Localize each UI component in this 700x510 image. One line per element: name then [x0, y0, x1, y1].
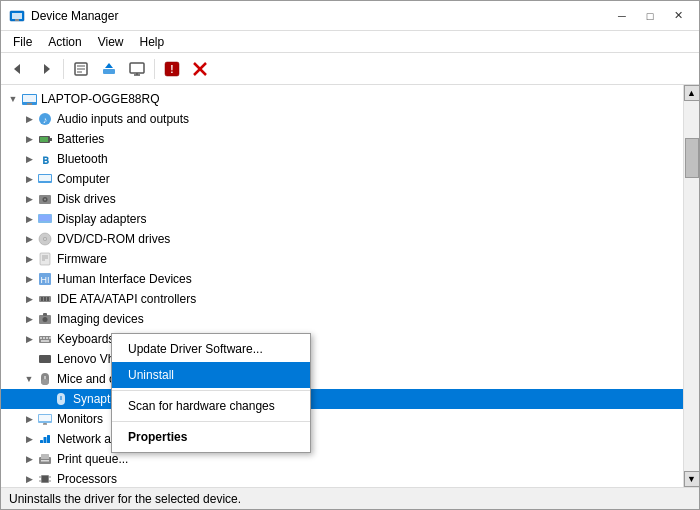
device-tree[interactable]: LAPTOP-OGGE88RQ ♪ Audio inputs and outpu…	[1, 85, 683, 487]
expand-btn[interactable]	[21, 151, 37, 167]
svg-rect-37	[40, 253, 50, 265]
list-item[interactable]: Disk drives	[1, 189, 683, 209]
back-button[interactable]	[5, 56, 31, 82]
expand-btn[interactable]	[21, 191, 37, 207]
svg-rect-56	[39, 355, 51, 363]
expand-btn[interactable]	[21, 371, 37, 387]
svg-rect-49	[43, 313, 47, 316]
scroll-track[interactable]	[684, 101, 699, 471]
svg-rect-54	[49, 337, 51, 339]
svg-marker-3	[14, 64, 20, 74]
list-item[interactable]: Firmware	[1, 249, 683, 269]
list-item[interactable]: Network a...	[1, 429, 683, 449]
menu-help[interactable]: Help	[132, 31, 173, 53]
menu-bar: File Action View Help	[1, 31, 699, 53]
list-item[interactable]: ♪ Audio inputs and outputs	[1, 109, 683, 129]
expand-btn[interactable]	[21, 271, 37, 287]
forward-button[interactable]	[33, 56, 59, 82]
svg-rect-2	[15, 19, 19, 21]
scan-button[interactable]: !	[159, 56, 185, 82]
list-item[interactable]: Keyboards	[1, 329, 683, 349]
computer-icon	[21, 91, 37, 107]
list-item[interactable]: DVD/CD-ROM drives	[1, 229, 683, 249]
list-item[interactable]: Display adapters	[1, 209, 683, 229]
ctx-sep-2	[112, 421, 310, 422]
svg-rect-28	[39, 175, 51, 181]
svg-rect-70	[41, 454, 49, 459]
svg-text:♪: ♪	[43, 115, 48, 125]
close-button[interactable]: ✕	[665, 6, 691, 26]
list-item[interactable]: Monitors	[1, 409, 683, 429]
expand-btn[interactable]	[21, 411, 37, 427]
svg-text:ʙ: ʙ	[42, 153, 49, 166]
expand-btn[interactable]	[21, 331, 37, 347]
svg-rect-11	[130, 63, 144, 73]
list-item[interactable]: Mice and other pointing devices	[1, 369, 683, 389]
expand-btn[interactable]	[21, 431, 37, 447]
svg-text:!: !	[170, 64, 173, 75]
synaptics-device-item[interactable]: Synaptics Pointing Device	[1, 389, 683, 409]
app-icon	[9, 8, 25, 24]
title-bar: Device Manager ─ □ ✕	[1, 1, 699, 31]
expand-btn[interactable]	[21, 291, 37, 307]
root-label: LAPTOP-OGGE88RQ	[41, 92, 159, 106]
minimize-button[interactable]: ─	[609, 6, 635, 26]
vertical-scrollbar[interactable]: ▲ ▼	[683, 85, 699, 487]
device-manager-window: Device Manager ─ □ ✕ File Action View He…	[0, 0, 700, 510]
scroll-up-button[interactable]: ▲	[684, 85, 700, 101]
maximize-button[interactable]: □	[637, 6, 663, 26]
svg-marker-10	[105, 63, 113, 68]
svg-rect-73	[42, 476, 48, 482]
tree-root[interactable]: LAPTOP-OGGE88RQ	[1, 89, 683, 109]
svg-rect-25	[40, 137, 48, 142]
expand-btn[interactable]	[21, 311, 37, 327]
scroll-down-button[interactable]: ▼	[684, 471, 700, 487]
menu-file[interactable]: File	[5, 31, 40, 53]
expand-btn[interactable]	[21, 451, 37, 467]
root-expand[interactable]	[5, 91, 21, 107]
list-item[interactable]: Imaging devices	[1, 309, 683, 329]
remove-button[interactable]	[187, 56, 213, 82]
menu-action[interactable]: Action	[40, 31, 89, 53]
ctx-sep-1	[112, 390, 310, 391]
svg-point-48	[43, 317, 48, 322]
svg-rect-33	[39, 215, 51, 221]
list-item[interactable]: ʙ Bluetooth	[1, 149, 683, 169]
list-item[interactable]: Processors	[1, 469, 683, 487]
svg-point-31	[44, 199, 46, 201]
svg-rect-9	[103, 69, 115, 74]
svg-rect-20	[27, 103, 32, 105]
expand-btn[interactable]	[21, 171, 37, 187]
svg-rect-52	[43, 337, 45, 339]
list-item[interactable]: HI Human Interface Devices	[1, 269, 683, 289]
svg-rect-45	[44, 297, 46, 301]
toolbar-sep-1	[63, 59, 64, 79]
scroll-thumb[interactable]	[685, 138, 699, 178]
ctx-scan-hardware[interactable]: Scan for hardware changes	[112, 393, 310, 419]
expand-btn[interactable]	[21, 131, 37, 147]
expand-btn[interactable]	[21, 111, 37, 127]
ctx-update-driver[interactable]: Update Driver Software...	[112, 336, 310, 362]
expand-btn[interactable]	[21, 211, 37, 227]
svg-rect-59	[41, 379, 49, 385]
svg-rect-19	[23, 95, 36, 102]
properties-button[interactable]	[68, 56, 94, 82]
monitor-button[interactable]	[124, 56, 150, 82]
svg-rect-67	[44, 437, 47, 443]
ctx-properties[interactable]: Properties	[112, 424, 310, 450]
list-item[interactable]: Print queue...	[1, 449, 683, 469]
status-bar: Uninstalls the driver for the selected d…	[1, 487, 699, 509]
list-item[interactable]: IDE ATA/ATAPI controllers	[1, 289, 683, 309]
menu-view[interactable]: View	[90, 31, 132, 53]
list-item[interactable]: Lenovo Vhid Device	[1, 349, 683, 369]
expand-btn[interactable]	[21, 471, 37, 487]
status-text: Uninstalls the driver for the selected d…	[9, 492, 241, 506]
list-item[interactable]: Computer	[1, 169, 683, 189]
svg-rect-51	[40, 337, 42, 339]
expand-btn[interactable]	[21, 231, 37, 247]
svg-rect-66	[40, 440, 43, 443]
update-driver-button[interactable]	[96, 56, 122, 82]
list-item[interactable]: Batteries	[1, 129, 683, 149]
ctx-uninstall[interactable]: Uninstall	[112, 362, 310, 388]
expand-btn[interactable]	[21, 251, 37, 267]
